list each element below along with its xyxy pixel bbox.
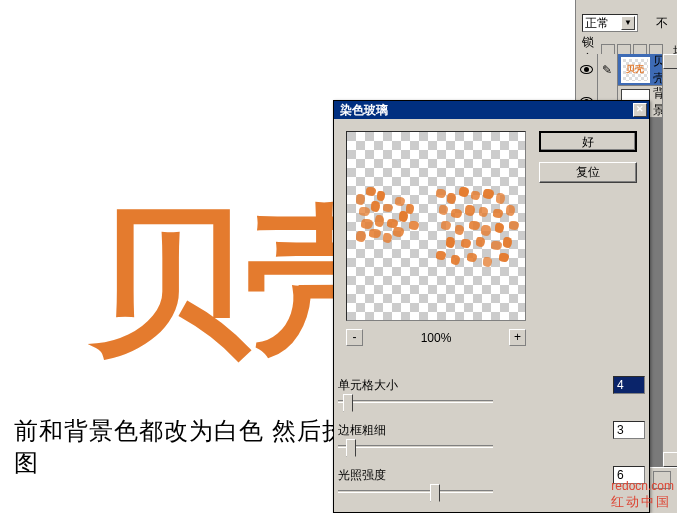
zoom-in-button[interactable]: + (509, 329, 526, 346)
cell-size-input[interactable] (613, 376, 645, 394)
cell-size-label: 单元格大小 (338, 377, 398, 394)
scrollbar[interactable] (662, 54, 677, 467)
slider-thumb[interactable] (343, 394, 353, 412)
zoom-out-button[interactable]: - (346, 329, 363, 346)
reset-button[interactable]: 复位 (539, 162, 637, 183)
border-slider[interactable] (338, 443, 493, 448)
border-label: 边框粗细 (338, 422, 386, 439)
close-button[interactable]: ✕ (633, 103, 647, 117)
light-label: 光照强度 (338, 467, 386, 484)
watermark: redocn.com 红动中国 (611, 479, 674, 511)
preview-content (347, 132, 525, 320)
blend-mode-select[interactable]: 正常 ▼ (582, 14, 638, 32)
filter-dialog: 染色玻璃 ✕ - 100% + 好 复位 单元格大小 (333, 100, 650, 513)
ok-button[interactable]: 好 (539, 131, 637, 152)
watermark-url: redocn.com (611, 479, 674, 493)
dialog-title: 染色玻璃 (336, 102, 633, 119)
light-slider[interactable] (338, 488, 493, 493)
scroll-up-icon[interactable] (663, 54, 677, 69)
layer-thumbnail[interactable]: 贝壳 (621, 57, 651, 83)
slider-track (338, 445, 493, 448)
brush-icon: ✎ (602, 63, 612, 77)
blend-mode-value: 正常 (585, 15, 609, 32)
visibility-toggle[interactable] (576, 54, 598, 86)
dialog-titlebar[interactable]: 染色玻璃 ✕ (334, 101, 649, 119)
slider-thumb[interactable] (430, 484, 440, 502)
eye-icon (580, 65, 593, 74)
watermark-cn: 红动中国 (611, 493, 674, 511)
slider-track (338, 400, 493, 403)
link-cell[interactable]: ✎ (598, 54, 618, 86)
slider-thumb[interactable] (346, 439, 356, 457)
filter-preview[interactable] (346, 131, 526, 321)
zoom-value: 100% (421, 331, 452, 345)
cell-size-slider[interactable] (338, 398, 493, 403)
border-input[interactable] (613, 421, 645, 439)
scroll-down-icon[interactable] (663, 452, 677, 467)
chevron-down-icon: ▼ (621, 16, 635, 30)
slider-track (338, 490, 493, 493)
opacity-label: 不 (656, 15, 668, 32)
